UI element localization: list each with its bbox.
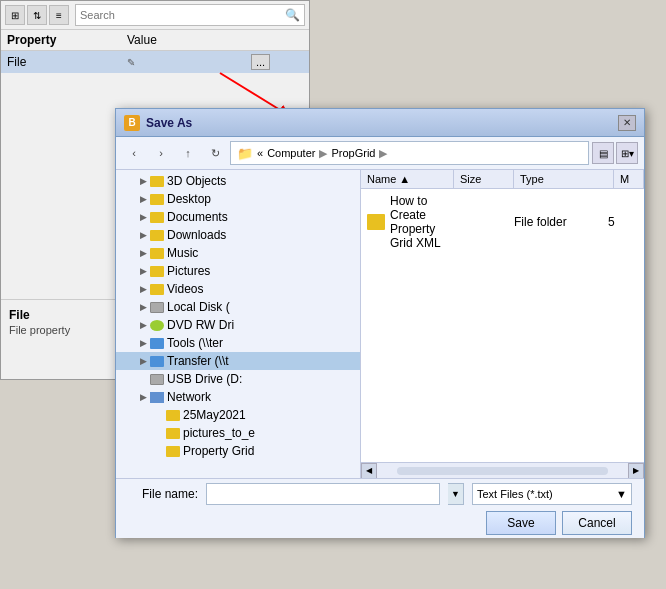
expand-icon: ▶ bbox=[136, 266, 150, 276]
tree-item-transfer[interactable]: ▶ Transfer (\\t bbox=[116, 352, 360, 370]
forward-button[interactable]: › bbox=[149, 142, 173, 164]
grid-icon[interactable]: ⊞ bbox=[5, 5, 25, 25]
dialog-bottom: File name: ▼ Text Files (*.txt) ▼ Save C… bbox=[116, 478, 644, 538]
dialog-titlebar: B Save As ✕ bbox=[116, 109, 644, 137]
col-modified[interactable]: M bbox=[614, 170, 644, 188]
close-button[interactable]: ✕ bbox=[618, 115, 636, 131]
search-icon: 🔍 bbox=[285, 8, 300, 22]
tree-item-music[interactable]: ▶ Music bbox=[116, 244, 360, 262]
breadcrumb-separator: « bbox=[257, 147, 263, 159]
hdd-icon bbox=[150, 302, 164, 313]
search-input[interactable] bbox=[80, 9, 285, 21]
sort-icon[interactable]: ⇅ bbox=[27, 5, 47, 25]
hdd-icon bbox=[150, 374, 164, 385]
folder-icon bbox=[150, 212, 164, 223]
col-size[interactable]: Size bbox=[454, 170, 514, 188]
scrollbar-track[interactable] bbox=[397, 467, 608, 475]
breadcrumb[interactable]: 📁 « Computer ▶ PropGrid ▶ bbox=[230, 141, 589, 165]
folder-icon bbox=[150, 284, 164, 295]
folder-icon bbox=[150, 194, 164, 205]
sort-asc-icon: ▲ bbox=[399, 173, 410, 185]
tree-item-tools[interactable]: ▶ Tools (\\ter bbox=[116, 334, 360, 352]
scroll-left-button[interactable]: ◀ bbox=[361, 463, 377, 479]
breadcrumb-propgrid: PropGrid bbox=[331, 147, 375, 159]
tree-item-propertygrid[interactable]: Property Grid bbox=[116, 442, 360, 460]
file-type: File folder bbox=[508, 215, 608, 229]
dialog-main: ▶ 3D Objects ▶ Desktop ▶ Documents bbox=[116, 170, 644, 478]
table-header: Property Value bbox=[1, 30, 309, 51]
filename-label: File name: bbox=[128, 487, 198, 501]
tree-label: Network bbox=[167, 390, 211, 404]
back-button[interactable]: ‹ bbox=[122, 142, 146, 164]
dialog-title: Save As bbox=[146, 116, 618, 130]
tree-label: Videos bbox=[167, 282, 203, 296]
view-list-button[interactable]: ▤ bbox=[592, 142, 614, 164]
tree-item-videos[interactable]: ▶ Videos bbox=[116, 280, 360, 298]
file-item[interactable]: How to Create Property Grid XML File fol… bbox=[361, 191, 644, 253]
file-modified: 5 bbox=[608, 215, 638, 229]
col-name-label: Name bbox=[367, 173, 396, 185]
filename-input[interactable] bbox=[206, 483, 440, 505]
refresh-button[interactable]: ↻ bbox=[203, 142, 227, 164]
folder-icon bbox=[150, 230, 164, 241]
col-value: Value bbox=[127, 33, 157, 47]
tree-label: Tools (\\ter bbox=[167, 336, 223, 350]
expand-icon: ▶ bbox=[136, 302, 150, 312]
tree-label: Documents bbox=[167, 210, 228, 224]
filetype-select[interactable]: Text Files (*.txt) ▼ bbox=[472, 483, 632, 505]
tree-item-3dobjects[interactable]: ▶ 3D Objects bbox=[116, 172, 360, 190]
tree-item-documents[interactable]: ▶ Documents bbox=[116, 208, 360, 226]
tree-label: USB Drive (D: bbox=[167, 372, 242, 386]
row-value-cell: ✎ ... bbox=[127, 54, 303, 70]
tree-item-localdisk[interactable]: ▶ Local Disk ( bbox=[116, 298, 360, 316]
breadcrumb-computer: Computer bbox=[267, 147, 315, 159]
col-name[interactable]: Name ▲ bbox=[361, 170, 454, 188]
file-folder-icon bbox=[367, 214, 385, 230]
filelist-items: How to Create Property Grid XML File fol… bbox=[361, 189, 644, 462]
filename-dropdown-button[interactable]: ▼ bbox=[448, 483, 464, 505]
expand-icon: ▶ bbox=[136, 176, 150, 186]
tree-item-desktop[interactable]: ▶ Desktop bbox=[116, 190, 360, 208]
tree-label: DVD RW Dri bbox=[167, 318, 234, 332]
folder-icon bbox=[150, 266, 164, 277]
tree-item-25may2021[interactable]: 25May2021 bbox=[116, 406, 360, 424]
tree-label: Downloads bbox=[167, 228, 226, 242]
dots-button[interactable]: ... bbox=[251, 54, 270, 70]
filetype-value: Text Files (*.txt) bbox=[477, 488, 553, 500]
up-button[interactable]: ↑ bbox=[176, 142, 200, 164]
expand-icon: ▶ bbox=[136, 392, 150, 402]
tree-item-dvd[interactable]: ▶ DVD RW Dri bbox=[116, 316, 360, 334]
tree-label: pictures_to_e bbox=[183, 426, 255, 440]
col-size-label: Size bbox=[460, 173, 481, 185]
tree-item-usb[interactable]: USB Drive (D: bbox=[116, 370, 360, 388]
col-type-label: Type bbox=[520, 173, 544, 185]
list-icon[interactable]: ≡ bbox=[49, 5, 69, 25]
file-name: How to Create Property Grid XML bbox=[390, 194, 448, 250]
folder-icon bbox=[166, 428, 180, 439]
expand-icon: ▶ bbox=[136, 320, 150, 330]
file-list: Name ▲ Size Type M How to Create Propert… bbox=[361, 170, 644, 478]
expand-icon: ▶ bbox=[136, 248, 150, 258]
tree-item-pictures[interactable]: ▶ Pictures bbox=[116, 262, 360, 280]
expand-icon: ▶ bbox=[136, 356, 150, 366]
network-folder-icon bbox=[150, 356, 164, 367]
view-buttons: ▤ ⊞▾ bbox=[592, 142, 638, 164]
view-details-button[interactable]: ⊞▾ bbox=[616, 142, 638, 164]
expand-icon: ▶ bbox=[136, 338, 150, 348]
dialog-app-icon: B bbox=[124, 115, 140, 131]
filename-row: File name: ▼ Text Files (*.txt) ▼ bbox=[128, 483, 632, 505]
scroll-right-button[interactable]: ▶ bbox=[628, 463, 644, 479]
expand-icon: ▶ bbox=[136, 212, 150, 222]
tree-item-network[interactable]: ▶ Network bbox=[116, 388, 360, 406]
cancel-button[interactable]: Cancel bbox=[562, 511, 632, 535]
search-box: 🔍 bbox=[75, 4, 305, 26]
save-button[interactable]: Save bbox=[486, 511, 556, 535]
folder-icon bbox=[166, 446, 180, 457]
tree-item-downloads[interactable]: ▶ Downloads bbox=[116, 226, 360, 244]
edit-icon: ✎ bbox=[127, 57, 247, 68]
col-type[interactable]: Type bbox=[514, 170, 614, 188]
tree-label: Local Disk ( bbox=[167, 300, 230, 314]
tree-item-pictures-to-e[interactable]: pictures_to_e bbox=[116, 424, 360, 442]
folder-icon bbox=[150, 176, 164, 187]
folder-icon bbox=[166, 410, 180, 421]
